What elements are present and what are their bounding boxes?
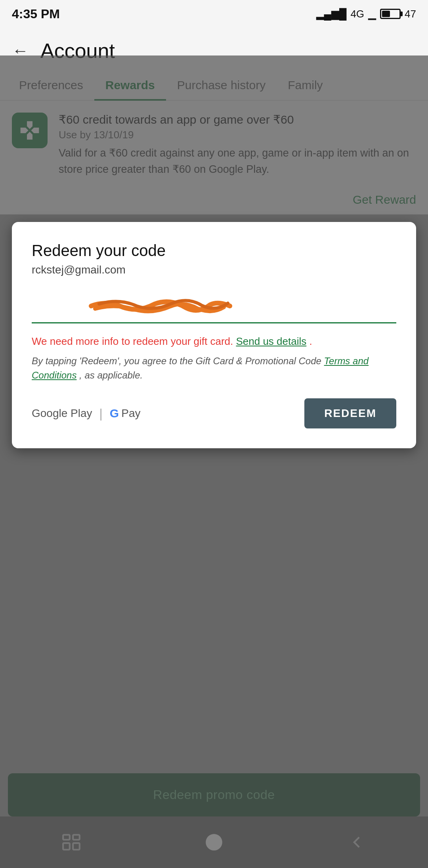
code-scratch-area [32,292,396,320]
battery-level: 47 [405,8,416,20]
dialog-footer: Google Play | G Pay REDEEM [32,398,396,428]
battery-fill [382,11,390,17]
battery-icon [380,9,401,19]
redeem-button[interactable]: REDEEM [304,398,396,428]
code-input-container [32,292,396,323]
wifi-icon: ▁ [368,8,376,20]
logo-divider: | [99,406,103,421]
error-message: We need more info to redeem your gift ca… [32,335,396,348]
main-background: ← Account Preferences Rewards Purchase h… [0,28,428,868]
status-time: 4:35 PM [12,7,60,21]
scratch-marks-svg [32,292,396,320]
status-icons: ▂▄▆█ 4G ▁ 47 [316,8,416,20]
network-type: 4G [350,8,364,20]
google-play-text: Google Play [32,407,92,420]
status-bar: 4:35 PM ▂▄▆█ 4G ▁ 47 [0,0,428,28]
signal-icon: ▂▄▆█ [316,8,347,20]
dialog-email: rckstej@gmail.com [32,264,396,276]
terms-text: By tapping 'Redeem', you agree to the Gi… [32,354,396,382]
gpay-logo: G Pay [110,407,141,420]
dim-overlay [0,55,428,868]
redeem-dialog: Redeem your code rckstej@gmail.com We ne… [12,222,416,448]
google-play-logo: Google Play | G Pay [32,406,140,421]
dialog-title: Redeem your code [32,242,396,260]
code-underline [32,322,396,323]
send-details-link[interactable]: Send us details [236,335,306,347]
